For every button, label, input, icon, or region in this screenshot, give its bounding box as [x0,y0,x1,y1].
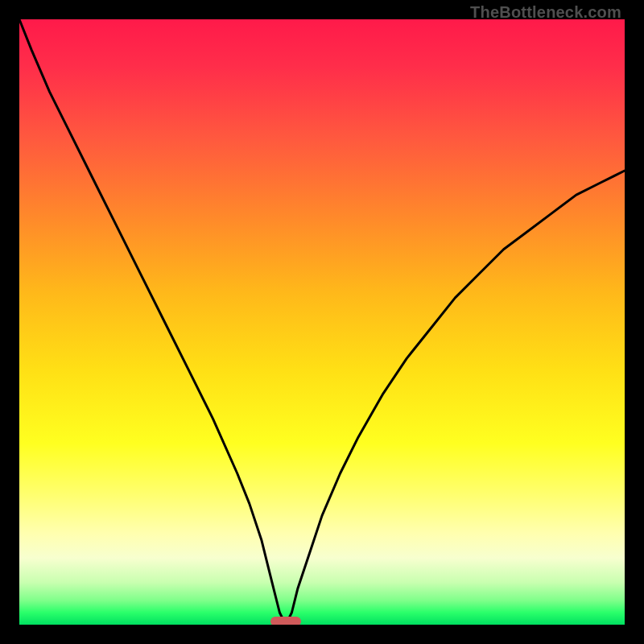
chart-frame [0,0,644,644]
attribution-text: TheBottleneck.com [470,3,621,22]
